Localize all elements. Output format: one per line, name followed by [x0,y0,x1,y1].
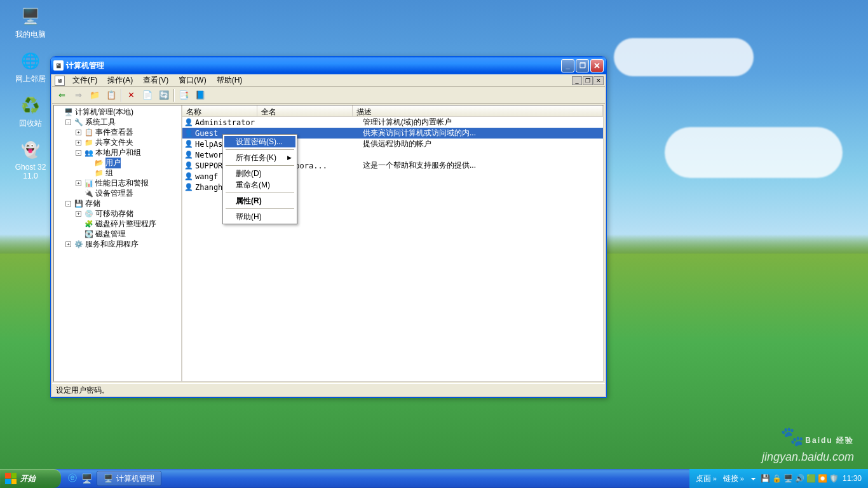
context-menu-item[interactable]: 重命名(M) [224,179,295,191]
cell-desc: 供来宾访问计算机或访问域的内... [363,128,603,139]
menu-separator [226,165,294,166]
column-fullname[interactable]: 全名 [257,105,353,117]
list-row[interactable]: 👤Administrator管理计算机(域)的内置帐户 [182,117,603,128]
desktop-icon-network-places[interactable]: 🌐网上邻居 [11,51,50,85]
column-description[interactable]: 描述 [353,105,603,117]
tree-icon: ⚙️ [74,239,84,249]
menu-view[interactable]: 查看(V) [138,74,173,87]
desktop-icon-my-computer[interactable]: 🖥️我的电脑 [11,6,50,40]
expand-toggle[interactable]: - [76,150,81,156]
expand-toggle[interactable]: + [76,180,81,186]
help-button[interactable]: 📘 [193,88,207,102]
menu-help[interactable]: 帮助(H) [212,74,248,87]
recycle-icon: ♻️ [20,95,41,116]
ie-icon[interactable]: ⓔ [66,471,79,485]
minimize-button[interactable]: _ [561,59,574,72]
export-list-button[interactable]: 📑 [177,88,191,102]
expand-toggle[interactable]: - [65,201,71,207]
context-menu-item[interactable]: 删除(D) [224,168,295,179]
tray-chevron-icon[interactable]: ⏷ [750,475,757,482]
user-icon: 👤 [184,128,194,139]
tree-label: 服务和应用程序 [85,239,139,250]
tray-icon[interactable]: 🖥️ [783,474,793,483]
expand-toggle[interactable]: - [65,119,71,125]
expand-toggle[interactable]: + [65,241,71,247]
refresh-button[interactable]: 🔄 [157,88,171,102]
mdi-restore-button[interactable]: ❐ [583,76,593,85]
tree-item[interactable]: -👥本地用户和组 [55,147,180,158]
tree-label: 用户 [105,158,121,168]
tree-item[interactable]: 💽磁盘管理 [55,229,180,239]
expand-toggle[interactable]: + [76,211,81,217]
context-menu-item[interactable]: 属性(R) [224,195,295,207]
tray-icon[interactable]: 🔒 [772,474,782,483]
tree-icon: 🔧 [74,117,84,127]
mdi-close-button[interactable]: ✕ [593,76,604,85]
tree-item[interactable]: 📁组 [55,168,180,178]
back-button[interactable]: ⇐ [55,88,69,102]
menu-separator [226,208,294,209]
tray-icon[interactable]: 💾 [761,474,770,483]
user-icon: 👤 [184,139,194,149]
tree-item[interactable]: +📁共享文件夹 [55,137,180,147]
tree-icon: 🖥️ [64,107,74,117]
tree-item[interactable]: 🔌设备管理器 [55,188,180,198]
tree-label: 磁盘碎片整理程序 [95,219,156,229]
context-menu-item[interactable]: 所有任务(K)▶ [224,152,295,163]
titlebar[interactable]: 🖥 计算机管理 _ ❐ ✕ [51,57,606,74]
context-menu-item[interactable]: 帮助(H) [224,211,295,222]
tree-item[interactable]: -💾存储 [55,198,180,208]
context-menu: 设置密码(S)...所有任务(K)▶删除(D)重命名(M)属性(R)帮助(H) [222,134,297,224]
up-button[interactable]: 📁 [88,88,102,102]
tray-icon[interactable]: 🟩 [806,474,816,483]
tree-label: 设备管理器 [95,188,133,199]
show-desktop-icon[interactable]: 🖥️ [80,471,93,485]
separator [121,89,121,102]
tree-item[interactable]: +💿可移动存储 [55,208,180,219]
tree-icon: 📁 [94,168,104,178]
watermark: 🐾Baidu 经验 jingyan.baidu.com [762,417,854,464]
user-icon: 👤 [184,118,194,128]
tree-item[interactable]: +📊性能日志和警报 [55,178,180,188]
column-name[interactable]: 名称 [182,105,257,117]
tree-item[interactable]: +📋事件查看器 [55,127,180,137]
deskband-links[interactable]: 链接 » [723,473,744,484]
tray-icon[interactable]: 🛡️ [829,474,839,483]
window-title: 计算机管理 [66,60,104,71]
expand-toggle[interactable]: + [76,130,81,135]
tree-label: 事件查看器 [95,127,133,138]
show-hide-tree-button[interactable]: 📋 [104,88,118,102]
mdi-system-icon[interactable]: 🖥 [55,76,65,86]
tray-icon[interactable]: 🔊 [795,474,804,483]
tree-item[interactable]: -🔧系统工具 [55,117,180,127]
user-icon: 👤 [184,172,194,182]
taskbar-button-computer-management[interactable]: 🖥️ 计算机管理 [97,471,161,486]
menu-action[interactable]: 操作(A) [102,74,138,87]
tray-icon[interactable]: ⏺️ [818,474,827,483]
start-button[interactable]: 开始 [0,469,61,488]
tree-label: 存储 [85,198,100,209]
properties-button[interactable]: 📄 [140,88,154,102]
tree-item[interactable]: 📂用户 [55,158,180,168]
delete-button[interactable]: ✕ [124,88,138,102]
tree-item[interactable]: 🖥️计算机管理(本地) [55,107,180,117]
expand-toggle[interactable]: + [76,140,81,146]
tree-item[interactable]: +⚙️服务和应用程序 [55,239,180,249]
desktop-icon-ghost[interactable]: 👻Ghost 32 11.0 [11,140,50,180]
deskband-desktop[interactable]: 桌面 » [696,473,717,484]
close-button[interactable]: ✕ [590,59,604,72]
menu-file[interactable]: 文件(F) [67,74,102,87]
tree-item[interactable]: 🧩磁盘碎片整理程序 [55,219,180,229]
clock[interactable]: 11:30 [843,474,862,483]
desktop-icon-recycle-bin[interactable]: ♻️回收站 [11,95,50,129]
taskbar: 开始 ⓔ 🖥️ 🖥️ 计算机管理 桌面 » 链接 » ⏷ 💾 🔒 🖥️ 🔊 🟩 … [0,469,868,488]
console-tree[interactable]: 🖥️计算机管理(本地)-🔧系统工具+📋事件查看器+📁共享文件夹-👥本地用户和组📂… [54,105,182,381]
context-menu-item[interactable]: 设置密码(S)... [224,136,295,147]
mdi-minimize-button[interactable]: _ [572,76,582,85]
cloud-deco [614,38,754,76]
menu-separator [226,149,294,150]
menu-window[interactable]: 窗口(W) [173,74,211,87]
maximize-button[interactable]: ❐ [576,59,589,72]
app-icon: 🖥 [53,60,64,71]
cell-desc: 这是一个帮助和支持服务的提供... [363,160,603,171]
